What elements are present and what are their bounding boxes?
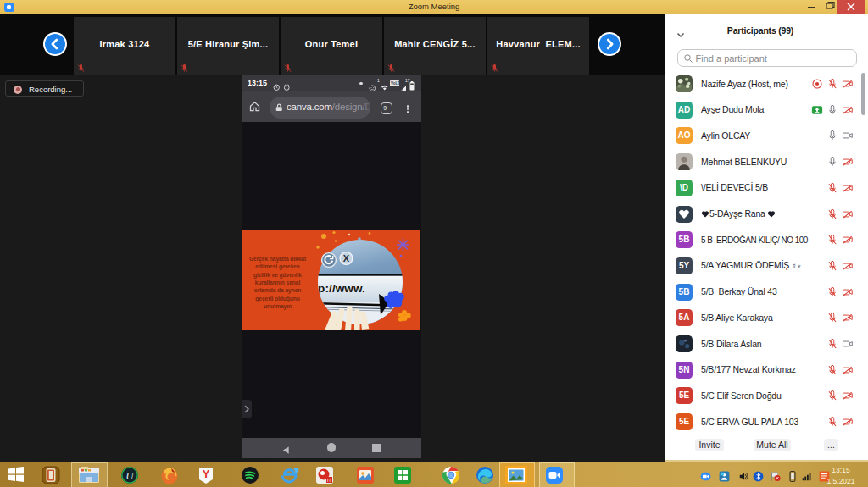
svg-text:unutmayın: unutmayın (264, 303, 292, 310)
svg-text:kurallarının sanal: kurallarının sanal (255, 279, 301, 285)
svg-text:IT: IT (327, 478, 332, 483)
svg-text:ortamda da aynen: ortamda da aynen (254, 287, 302, 294)
svg-text:edilmesi gereken: edilmesi gereken (255, 263, 300, 270)
svg-text:U: U (125, 469, 135, 482)
svg-text:Y: Y (203, 468, 210, 480)
svg-text:X: X (343, 253, 350, 263)
svg-text:tp://www.: tp://www. (314, 282, 365, 295)
svg-text:geçerli olduğunu: geçerli olduğunu (255, 296, 299, 302)
svg-text:gizlilik ve güvenlik: gizlilik ve güvenlik (253, 272, 302, 279)
svg-text:Gerçek hayatta dikkat: Gerçek hayatta dikkat (249, 256, 307, 263)
